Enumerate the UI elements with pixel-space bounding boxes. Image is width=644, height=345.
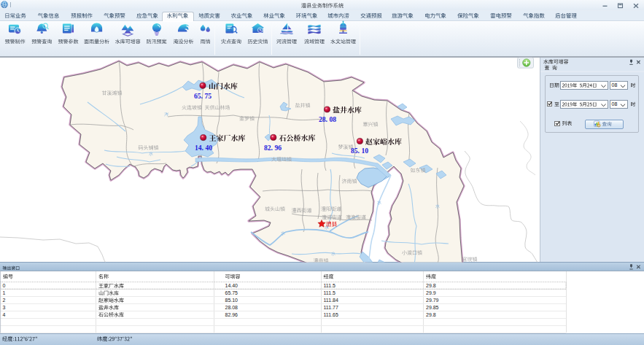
svg-text:1: 1 [3,290,6,295]
svg-text:65.75: 65.75 [225,290,238,295]
svg-text:82.96: 82.96 [225,312,238,317]
svg-text:4: 4 [3,312,6,317]
svg-text:111.65: 111.65 [324,312,338,317]
svg-text:08: 08 [612,82,618,88]
svg-text:0: 0 [3,283,6,288]
svg-text:65. 75: 65. 75 [194,92,212,100]
svg-text:29.8: 29.8 [426,312,436,317]
svg-text:111.5: 111.5 [324,290,336,295]
svg-text:111.84: 111.84 [324,298,338,303]
svg-text:08: 08 [612,101,618,106]
svg-text:28. 08: 28. 08 [319,115,336,123]
svg-text:111.77: 111.77 [324,305,338,310]
svg-text:29.8: 29.8 [426,283,436,288]
svg-text:28.08: 28.08 [225,305,238,310]
svg-text:2: 2 [3,298,6,303]
svg-text:29.79: 29.79 [426,298,439,303]
svg-text:85. 10: 85. 10 [351,147,368,155]
svg-text:14. 40: 14. 40 [195,144,212,152]
svg-text:82. 96: 82. 96 [264,144,282,152]
svg-text:3: 3 [3,305,6,310]
svg-text:14.40: 14.40 [225,283,238,288]
svg-text:85.10: 85.10 [225,298,238,303]
svg-text:111.5: 111.5 [324,283,336,288]
svg-text:29.9: 29.9 [426,290,436,295]
svg-text:29.85: 29.85 [426,305,439,310]
